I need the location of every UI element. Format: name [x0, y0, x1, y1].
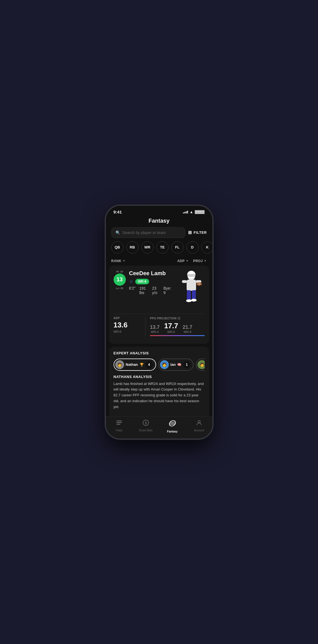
pos-btn-k[interactable]: K: [201, 241, 212, 253]
nav-smartbets-label: Smart Bets: [139, 429, 152, 432]
ppg-mid-col: 17.7 WR-6: [164, 322, 178, 334]
search-box[interactable]: 🔍 Search by player or team: [111, 227, 186, 238]
pos-btn-rb[interactable]: RB: [126, 241, 139, 253]
ppg-high-val: 21.7: [182, 324, 192, 330]
svg-point-26: [198, 421, 200, 423]
account-icon: [196, 419, 202, 428]
filter-icon: ⊞: [188, 230, 192, 235]
sort-adp[interactable]: ADP ▼: [177, 259, 189, 263]
svg-rect-3: [187, 280, 196, 291]
sort-rank-label: RANK: [111, 259, 122, 263]
sort-proj[interactable]: PROJ ▼: [193, 259, 207, 263]
search-icon: 🔍: [116, 230, 120, 235]
ppg-high-col: 21.7 WR-8: [182, 324, 192, 334]
notch: [141, 206, 177, 216]
search-filter-row: 🔍 Search by player or team ⊞ FILTER: [106, 227, 212, 241]
sort-right: ADP ▼ PROJ ▼: [177, 259, 207, 263]
svg-point-11: [186, 299, 192, 302]
status-icons: ▲ ▓▓▓▓: [183, 210, 205, 214]
expert-count-ian: 1: [183, 361, 190, 368]
bottom-nav: Feed $ Smart Bets: [106, 416, 212, 439]
pos-btn-fl[interactable]: FL: [171, 241, 184, 253]
analysis-text: Lamb has finished at WR24 and WR19 respe…: [114, 381, 205, 410]
position-badge: WR-6: [135, 279, 149, 284]
analysis-subtitle: NATHANS ANALYSIS: [114, 375, 205, 379]
expert-chip-ian[interactable]: 🧑 Ian 🧠 1: [158, 359, 194, 371]
hi-label: Hi: 10: [116, 270, 123, 273]
rank-column: Hi: 10 13 Lo: 20: [114, 270, 126, 290]
ppg-mid-sub: WR-6: [164, 330, 178, 334]
star-icon: ☆: [129, 279, 133, 284]
pos-btn-d[interactable]: D: [186, 241, 199, 253]
svg-rect-9: [187, 290, 191, 300]
analysis-content: NATHANS ANALYSIS Lamb has finished at WR…: [114, 375, 205, 410]
expert-analysis-section: EXPERT ANALYSIS 🧑 Nathan 🏆 4 🧑 Ian 🧠 1 🧑…: [109, 347, 209, 418]
position-filters: QB RB WR TE FL D K: [106, 241, 212, 257]
ppg-low-sub: WR-4: [150, 330, 160, 334]
ppg-high-sub: WR-8: [182, 330, 192, 334]
svg-rect-10: [192, 290, 196, 300]
expert-avatar-kevin: 🧑: [197, 360, 204, 369]
expert-row: 🧑 Nathan 🏆 4 🧑 Ian 🧠 1 🧑 Kevin 📊 3: [114, 359, 205, 371]
player-bye: Bye: 9: [163, 286, 171, 295]
svg-rect-4: [182, 280, 187, 283]
smartbets-icon: $: [142, 419, 149, 428]
sort-rank-arrow: ▼: [122, 259, 125, 262]
nav-fantasy-label: Fantasy: [167, 430, 178, 433]
filter-button[interactable]: ⊞ FILTER: [188, 230, 207, 235]
nav-smartbets[interactable]: $ Smart Bets: [136, 419, 156, 433]
expert-chip-nathan[interactable]: 🧑 Nathan 🏆 4: [114, 359, 156, 371]
sort-adp-label: ADP: [177, 259, 185, 263]
player-card-header: Hi: 10 13 Lo: 20 CeeDee Lamb ☆ WR-6 6'2"…: [114, 270, 205, 310]
search-placeholder: Search by player or team: [122, 230, 166, 235]
player-image: [171, 270, 205, 310]
sort-adp-arrow: ▼: [186, 259, 189, 262]
expert-avatar-ian: 🧑: [160, 360, 169, 369]
ppg-label: PPG PROJECTION ⓘ: [150, 317, 205, 320]
sort-proj-arrow: ▼: [204, 259, 207, 262]
nav-feed[interactable]: Feed: [109, 419, 129, 433]
adp-column: ADP 13.6 WR-6: [114, 317, 145, 336]
expert-name-nathan: Nathan: [126, 362, 138, 367]
player-silhouette: [171, 270, 205, 309]
svg-point-12: [191, 299, 197, 302]
player-name-row: CeeDee Lamb ☆ WR-6: [129, 270, 171, 284]
proj-bar: [150, 335, 205, 336]
nav-fantasy[interactable]: Fantasy: [163, 419, 182, 433]
page-header: Fantasy: [106, 217, 212, 227]
adp-label: ADP: [114, 317, 141, 320]
rank-badge: 13: [114, 273, 126, 286]
feed-icon: [116, 419, 122, 428]
adp-value: 13.6: [114, 321, 141, 329]
pos-btn-wr[interactable]: WR: [141, 241, 154, 253]
signal-icon: [183, 210, 188, 213]
expert-avatar-nathan: 🧑: [115, 360, 124, 369]
nav-account[interactable]: Account: [189, 419, 209, 433]
filter-label: FILTER: [194, 230, 207, 235]
player-height: 6'2": [129, 286, 136, 295]
player-age: 23 y/o: [152, 286, 160, 295]
wifi-icon: ▲: [190, 210, 193, 214]
svg-rect-18: [116, 422, 122, 423]
ppg-mid-val: 17.7: [164, 322, 178, 330]
fantasy-icon: [169, 419, 176, 429]
nav-feed-label: Feed: [116, 429, 122, 432]
phone-screen[interactable]: 9:41 ▲ ▓▓▓▓ Fantasy 🔍 Search by player o…: [106, 206, 212, 439]
sort-rank[interactable]: RANK ▼: [111, 259, 126, 263]
svg-text:$: $: [145, 421, 147, 425]
player-stats-row: 6'2" 191 lbs 23 y/o Bye: 9: [129, 286, 171, 295]
expert-analysis-title: EXPERT ANALYSIS: [114, 351, 205, 355]
page-title: Fantasy: [149, 218, 170, 224]
expert-chip-kevin[interactable]: 🧑 Kevin 📊 3: [196, 359, 204, 371]
sort-proj-label: PROJ: [193, 259, 203, 263]
nav-account-label: Account: [194, 429, 204, 432]
rank-number: 13: [116, 276, 122, 283]
ppg-low-col: 13.7 WR-4: [150, 324, 160, 334]
pos-btn-qb[interactable]: QB: [111, 241, 124, 253]
pos-btn-te[interactable]: TE: [156, 241, 169, 253]
featured-player-card[interactable]: Hi: 10 13 Lo: 20 CeeDee Lamb ☆ WR-6 6'2"…: [109, 266, 209, 344]
lo-label: Lo: 20: [116, 287, 123, 290]
sort-row: RANK ▼ ADP ▼ PROJ ▼: [106, 257, 212, 266]
adp-proj-section: ADP 13.6 WR-6 PPG PROJECTION ⓘ 13.7 WR-4: [114, 314, 205, 336]
ppg-low-val: 13.7: [150, 324, 160, 330]
